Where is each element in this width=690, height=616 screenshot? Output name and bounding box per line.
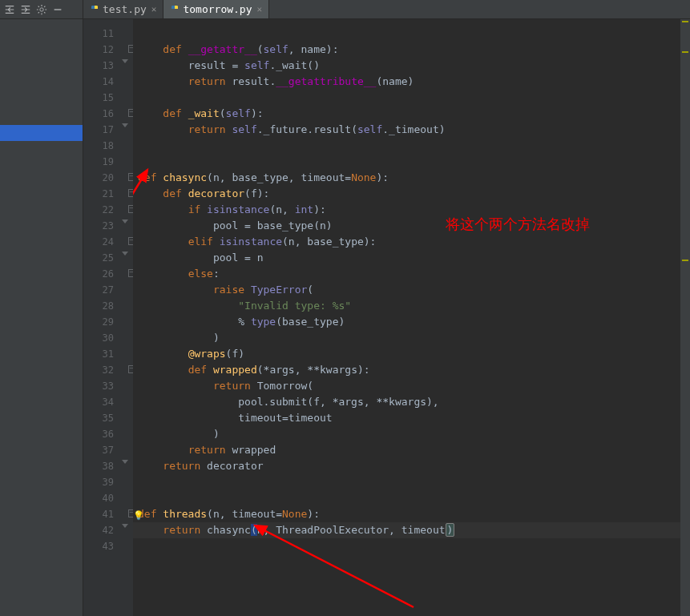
fold-handle[interactable] [120,189,128,197]
line-number[interactable]: 41 [83,506,133,522]
line-number[interactable]: 12 [83,42,133,58]
code-line[interactable]: return chasync(n, ThreadPoolExecutor, ti… [133,522,690,538]
sidebar-selection [0,125,83,141]
code-line[interactable]: @wraps(f) [133,346,690,362]
line-number[interactable]: 33 [83,378,133,394]
close-icon[interactable]: ✕ [151,4,157,14]
line-number[interactable]: 30 [83,330,133,346]
fold-handle[interactable] [120,125,128,133]
code-editor[interactable]: def __getattr__(self, name): result = se… [133,19,690,616]
code-line[interactable]: pool = base_type(n) [133,218,690,234]
code-line[interactable]: ) [133,330,690,346]
line-number[interactable]: 43 [83,538,133,554]
fold-handle[interactable] [120,365,128,373]
fold-handle[interactable] [120,509,128,517]
code-line[interactable]: def threads(n, timeout=None): [133,506,690,522]
fold-handle[interactable] [120,205,128,213]
fold-handle[interactable] [120,45,128,53]
line-number[interactable]: 29 [83,314,133,330]
line-number[interactable]: 19 [83,154,133,170]
code-line[interactable]: pool = n [133,250,690,266]
line-number[interactable]: 37 [83,442,133,458]
line-number[interactable]: 40 [83,490,133,506]
code-line[interactable]: "Invalid type: %s" [133,298,690,314]
project-sidebar[interactable] [0,19,83,616]
line-number[interactable]: 27 [83,282,133,298]
fold-handle[interactable] [120,61,128,69]
code-line[interactable]: result = self._wait() [133,58,690,74]
line-number[interactable]: 21 [83,186,133,202]
fold-handle[interactable] [120,525,128,533]
code-line[interactable]: return wrapped [133,442,690,458]
code-line[interactable] [133,138,690,154]
fold-handle[interactable] [120,237,128,245]
tab-test-py[interactable]: test.py ✕ [83,0,163,18]
line-number[interactable]: 15 [83,90,133,106]
code-line[interactable]: if isinstance(n, int): [133,202,690,218]
line-number[interactable]: 36 [83,426,133,442]
line-number[interactable]: 11 [83,26,133,42]
ide-root: test.py ✕ tomorrow.py ✕ 1112131415161718… [0,0,690,616]
code-line[interactable]: timeout=timeout [133,410,690,426]
fold-handle[interactable] [120,109,128,117]
code-line[interactable] [133,90,690,106]
line-number[interactable]: 42 [83,522,133,538]
code-line[interactable] [133,538,690,554]
code-line[interactable]: pool.submit(f, *args, **kwargs), [133,394,690,410]
indent-left-icon[interactable] [3,3,16,16]
line-number[interactable]: 24 [83,234,133,250]
line-number[interactable]: 18 [83,138,133,154]
tab-label: test.py [103,3,147,15]
code-line[interactable]: def _wait(self): [133,106,690,122]
code-line[interactable]: return result.__getattribute__(name) [133,74,690,90]
scrollbar[interactable] [680,19,690,616]
line-number[interactable]: 28 [83,298,133,314]
line-number[interactable]: 20 [83,170,133,186]
fold-handle[interactable] [120,461,128,469]
fold-handle[interactable] [120,221,128,229]
code-line[interactable]: else: [133,266,690,282]
line-number[interactable]: 31 [83,346,133,362]
code-line[interactable]: elif isinstance(n, base_type): [133,234,690,250]
line-number[interactable]: 25 [83,250,133,266]
code-line[interactable] [133,490,690,506]
code-line[interactable]: ) [133,426,690,442]
code-line[interactable]: % type(base_type) [133,314,690,330]
code-line[interactable]: return Tomorrow( [133,378,690,394]
code-line[interactable] [133,26,690,42]
line-number[interactable]: 22 [83,202,133,218]
line-number[interactable]: 23 [83,218,133,234]
code-line[interactable]: def wrapped(*args, **kwargs): [133,362,690,378]
code-line[interactable] [133,154,690,170]
line-number[interactable]: 35 [83,410,133,426]
minimize-icon[interactable] [51,3,64,16]
line-number[interactable]: 13 [83,58,133,74]
code-line[interactable] [133,474,690,490]
python-file-icon [90,5,99,14]
indent-right-icon[interactable] [19,3,32,16]
line-number[interactable]: 34 [83,394,133,410]
line-number[interactable]: 26 [83,266,133,282]
line-number[interactable]: 14 [83,74,133,90]
gear-icon[interactable] [35,3,48,16]
fold-handle[interactable] [120,253,128,261]
close-icon[interactable]: ✕ [257,4,263,14]
fold-handle[interactable] [120,173,128,181]
code-line[interactable]: return self._future.result(self._timeout… [133,122,690,138]
code-line[interactable]: return decorator [133,458,690,474]
tab-label: tomorrow.py [183,3,252,15]
main-area: 1112131415161718192021222324252627282930… [0,19,690,616]
code-line[interactable]: def __getattr__(self, name): [133,42,690,58]
line-number[interactable]: 16 [83,106,133,122]
line-number[interactable]: 38 [83,458,133,474]
line-number[interactable]: 17 [83,122,133,138]
code-line[interactable]: raise TypeError( [133,282,690,298]
code-line[interactable]: def chasync(n, base_type, timeout=None): [133,170,690,186]
fold-handle[interactable] [120,269,128,277]
line-number[interactable]: 32 [83,362,133,378]
gutter[interactable]: 1112131415161718192021222324252627282930… [83,19,133,616]
tab-tomorrow-py[interactable]: tomorrow.py ✕ [163,0,269,18]
line-number[interactable]: 39 [83,474,133,490]
code-line[interactable]: def decorator(f): [133,186,690,202]
svg-point-0 [40,7,43,10]
